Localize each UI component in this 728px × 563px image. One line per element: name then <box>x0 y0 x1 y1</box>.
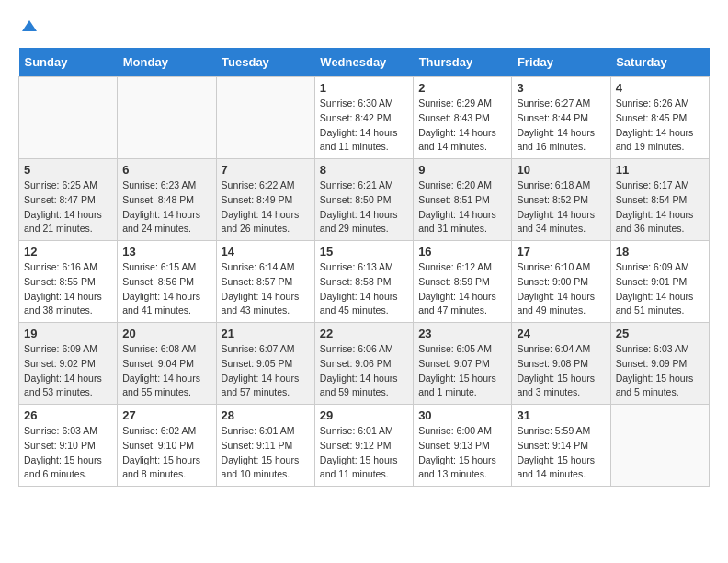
calendar-day: 14Sunrise: 6:14 AMSunset: 8:57 PMDayligh… <box>216 241 314 323</box>
calendar-day: 12Sunrise: 6:16 AMSunset: 8:55 PMDayligh… <box>19 241 118 323</box>
day-info: Sunrise: 6:03 AMSunset: 9:09 PMDaylight:… <box>616 342 704 400</box>
day-info: Sunrise: 6:10 AMSunset: 9:00 PMDaylight:… <box>517 260 605 318</box>
day-number: 1 <box>320 81 408 95</box>
day-info: Sunrise: 6:09 AMSunset: 9:02 PMDaylight:… <box>24 342 112 400</box>
calendar-day: 9Sunrise: 6:20 AMSunset: 8:51 PMDaylight… <box>414 159 512 241</box>
calendar-day: 5Sunrise: 6:25 AMSunset: 8:47 PMDaylight… <box>19 159 118 241</box>
day-number: 30 <box>418 408 506 422</box>
page-header <box>18 18 710 33</box>
day-number: 14 <box>222 245 310 259</box>
calendar-day: 21Sunrise: 6:07 AMSunset: 9:05 PMDayligh… <box>216 323 314 405</box>
calendar-day: 30Sunrise: 6:00 AMSunset: 9:13 PMDayligh… <box>414 405 512 487</box>
day-number: 19 <box>24 327 112 340</box>
calendar-day <box>118 77 216 159</box>
day-number: 31 <box>517 408 605 422</box>
calendar-day: 29Sunrise: 6:01 AMSunset: 9:12 PMDayligh… <box>314 405 413 487</box>
day-info: Sunrise: 6:23 AMSunset: 8:48 PMDaylight:… <box>122 178 210 236</box>
day-number: 18 <box>616 245 704 259</box>
day-info: Sunrise: 6:29 AMSunset: 8:43 PMDaylight:… <box>418 97 506 155</box>
day-number: 12 <box>24 245 112 259</box>
calendar-day: 7Sunrise: 6:22 AMSunset: 8:49 PMDaylight… <box>216 159 314 241</box>
day-number: 6 <box>122 163 210 177</box>
day-info: Sunrise: 6:03 AMSunset: 9:10 PMDaylight:… <box>24 424 112 482</box>
calendar-day: 26Sunrise: 6:03 AMSunset: 9:10 PMDayligh… <box>19 405 118 487</box>
day-number: 22 <box>320 327 408 340</box>
svg-marker-0 <box>22 20 37 31</box>
day-number: 4 <box>616 81 704 95</box>
day-number: 9 <box>418 163 506 177</box>
calendar-header-sunday: Sunday <box>19 48 118 77</box>
calendar-day <box>216 77 314 159</box>
calendar-day: 3Sunrise: 6:27 AMSunset: 8:44 PMDaylight… <box>512 77 610 159</box>
calendar-day: 19Sunrise: 6:09 AMSunset: 9:02 PMDayligh… <box>19 323 118 405</box>
calendar-table: SundayMondayTuesdayWednesdayThursdayFrid… <box>18 48 710 487</box>
day-info: Sunrise: 6:25 AMSunset: 8:47 PMDaylight:… <box>24 178 112 236</box>
day-info: Sunrise: 6:18 AMSunset: 8:52 PMDaylight:… <box>517 178 605 236</box>
calendar-day: 22Sunrise: 6:06 AMSunset: 9:06 PMDayligh… <box>314 323 413 405</box>
day-info: Sunrise: 6:20 AMSunset: 8:51 PMDaylight:… <box>418 178 506 236</box>
logo <box>18 18 39 33</box>
day-number: 28 <box>222 408 310 422</box>
calendar-week-5: 26Sunrise: 6:03 AMSunset: 9:10 PMDayligh… <box>19 405 710 487</box>
calendar-day: 6Sunrise: 6:23 AMSunset: 8:48 PMDaylight… <box>118 159 216 241</box>
logo-icon <box>20 18 39 37</box>
calendar-day <box>19 77 118 159</box>
calendar-day: 28Sunrise: 6:01 AMSunset: 9:11 PMDayligh… <box>216 405 314 487</box>
day-info: Sunrise: 6:16 AMSunset: 8:55 PMDaylight:… <box>24 260 112 318</box>
day-number: 13 <box>122 245 210 259</box>
day-info: Sunrise: 6:09 AMSunset: 9:01 PMDaylight:… <box>616 260 704 318</box>
day-info: Sunrise: 6:22 AMSunset: 8:49 PMDaylight:… <box>222 178 310 236</box>
day-info: Sunrise: 6:05 AMSunset: 9:07 PMDaylight:… <box>418 342 506 400</box>
calendar-day: 16Sunrise: 6:12 AMSunset: 8:59 PMDayligh… <box>414 241 512 323</box>
calendar-header-wednesday: Wednesday <box>314 48 413 77</box>
day-info: Sunrise: 6:21 AMSunset: 8:50 PMDaylight:… <box>320 178 408 236</box>
day-info: Sunrise: 6:15 AMSunset: 8:56 PMDaylight:… <box>122 260 210 318</box>
day-number: 15 <box>320 245 408 259</box>
calendar-week-2: 5Sunrise: 6:25 AMSunset: 8:47 PMDaylight… <box>19 159 710 241</box>
calendar-day: 10Sunrise: 6:18 AMSunset: 8:52 PMDayligh… <box>512 159 610 241</box>
day-info: Sunrise: 6:14 AMSunset: 8:57 PMDaylight:… <box>222 260 310 318</box>
day-info: Sunrise: 6:13 AMSunset: 8:58 PMDaylight:… <box>320 260 408 318</box>
calendar-week-4: 19Sunrise: 6:09 AMSunset: 9:02 PMDayligh… <box>19 323 710 405</box>
day-number: 25 <box>616 327 704 340</box>
calendar-header-monday: Monday <box>118 48 216 77</box>
calendar-day: 4Sunrise: 6:26 AMSunset: 8:45 PMDaylight… <box>610 77 709 159</box>
day-number: 20 <box>122 327 210 340</box>
day-number: 17 <box>517 245 605 259</box>
day-info: Sunrise: 5:59 AMSunset: 9:14 PMDaylight:… <box>517 424 605 482</box>
day-info: Sunrise: 6:17 AMSunset: 8:54 PMDaylight:… <box>616 178 704 236</box>
day-info: Sunrise: 6:30 AMSunset: 8:42 PMDaylight:… <box>320 97 408 155</box>
calendar-header-thursday: Thursday <box>414 48 512 77</box>
calendar-day: 8Sunrise: 6:21 AMSunset: 8:50 PMDaylight… <box>314 159 413 241</box>
day-number: 8 <box>320 163 408 177</box>
day-number: 23 <box>418 327 506 340</box>
calendar-day: 23Sunrise: 6:05 AMSunset: 9:07 PMDayligh… <box>414 323 512 405</box>
calendar-week-1: 1Sunrise: 6:30 AMSunset: 8:42 PMDaylight… <box>19 77 710 159</box>
day-number: 3 <box>517 81 605 95</box>
day-number: 11 <box>616 163 704 177</box>
day-info: Sunrise: 6:02 AMSunset: 9:10 PMDaylight:… <box>122 424 210 482</box>
calendar-header-friday: Friday <box>512 48 610 77</box>
calendar-day: 11Sunrise: 6:17 AMSunset: 8:54 PMDayligh… <box>610 159 709 241</box>
calendar-day: 13Sunrise: 6:15 AMSunset: 8:56 PMDayligh… <box>118 241 216 323</box>
day-info: Sunrise: 6:00 AMSunset: 9:13 PMDaylight:… <box>418 424 506 482</box>
day-number: 21 <box>222 327 310 340</box>
day-info: Sunrise: 6:26 AMSunset: 8:45 PMDaylight:… <box>616 97 704 155</box>
calendar-day: 15Sunrise: 6:13 AMSunset: 8:58 PMDayligh… <box>314 241 413 323</box>
day-info: Sunrise: 6:01 AMSunset: 9:12 PMDaylight:… <box>320 424 408 482</box>
day-number: 24 <box>517 327 605 340</box>
calendar-day: 31Sunrise: 5:59 AMSunset: 9:14 PMDayligh… <box>512 405 610 487</box>
day-info: Sunrise: 6:06 AMSunset: 9:06 PMDaylight:… <box>320 342 408 400</box>
calendar-day: 18Sunrise: 6:09 AMSunset: 9:01 PMDayligh… <box>610 241 709 323</box>
day-info: Sunrise: 6:08 AMSunset: 9:04 PMDaylight:… <box>122 342 210 400</box>
calendar-header-saturday: Saturday <box>610 48 709 77</box>
calendar-day: 24Sunrise: 6:04 AMSunset: 9:08 PMDayligh… <box>512 323 610 405</box>
day-info: Sunrise: 6:01 AMSunset: 9:11 PMDaylight:… <box>222 424 310 482</box>
day-number: 10 <box>517 163 605 177</box>
calendar-day <box>610 405 709 487</box>
calendar-day: 17Sunrise: 6:10 AMSunset: 9:00 PMDayligh… <box>512 241 610 323</box>
calendar-day: 25Sunrise: 6:03 AMSunset: 9:09 PMDayligh… <box>610 323 709 405</box>
calendar-day: 27Sunrise: 6:02 AMSunset: 9:10 PMDayligh… <box>118 405 216 487</box>
day-number: 26 <box>24 408 112 422</box>
calendar-week-3: 12Sunrise: 6:16 AMSunset: 8:55 PMDayligh… <box>19 241 710 323</box>
